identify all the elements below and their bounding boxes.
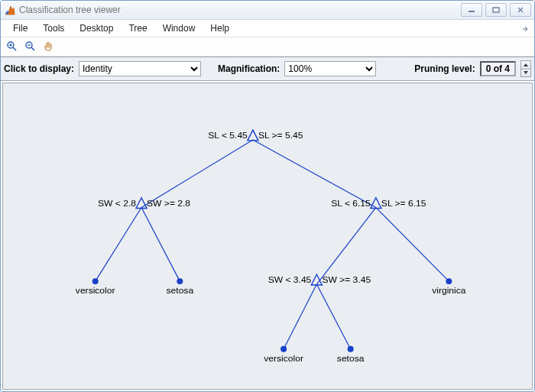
pruning-spinner[interactable] [520,60,531,77]
pan-icon[interactable] [42,40,56,53]
svg-marker-9 [524,63,528,66]
svg-point-25 [446,279,452,284]
menu-tools[interactable]: Tools [35,21,72,35]
tree-canvas[interactable]: SL < 5.45 SL >= 5.45 SW < 2.8 SW >= 2.8 … [2,83,533,390]
magnification-label: Magnification: [218,63,281,74]
svg-point-26 [281,346,287,352]
menu-desktop[interactable]: Desktop [72,21,121,35]
menu-window[interactable]: Window [155,21,203,35]
matlab-icon [4,4,16,16]
window-controls [461,3,531,17]
leaf-setosa: setosa [167,285,194,296]
pruning-down-icon[interactable] [520,69,531,78]
node-root-left-label: SL < 5.45 [208,130,248,141]
menu-file[interactable]: File [5,21,35,35]
display-select[interactable]: Identity [79,61,201,76]
node-r1-left-label: SL < 6.15 [331,198,371,209]
svg-line-17 [284,284,316,349]
title-bar: Classification tree viewer [1,1,534,20]
svg-line-7 [31,47,34,50]
zoom-in-icon[interactable] [5,40,19,53]
svg-marker-10 [524,71,528,74]
svg-rect-1 [493,8,499,12]
svg-line-18 [316,284,350,349]
close-button[interactable] [510,3,531,17]
menu-tree[interactable]: Tree [121,21,154,35]
svg-line-3 [13,47,16,50]
node-r1-right-label: SL >= 6.15 [381,198,426,209]
dock-icon[interactable] [519,20,530,37]
maximize-button[interactable] [485,3,507,17]
svg-line-16 [376,208,449,282]
magnification-select[interactable]: 100% [284,61,376,76]
svg-marker-19 [248,130,258,141]
node-l1-left-label: SW < 2.8 [98,198,136,209]
pruning-level-label: Pruning level: [414,63,476,74]
svg-marker-20 [136,198,147,209]
window-title: Classification tree viewer [19,5,461,15]
menu-help[interactable]: Help [203,21,237,35]
svg-rect-0 [469,11,475,12]
svg-marker-21 [371,198,381,209]
svg-line-14 [141,208,180,282]
leaf-setosa-2: setosa [337,353,365,364]
minimize-button[interactable] [461,3,482,17]
zoom-out-icon[interactable] [24,40,37,53]
node-rl2-right-label: SW >= 3.45 [322,274,371,285]
option-bar: Click to display: Identity Magnification… [1,57,534,81]
leaf-versicolor-2: versicolor [264,353,303,364]
node-l1-right-label: SW >= 2.8 [147,198,190,209]
leaf-virginica: virginica [432,285,466,296]
click-to-display-label: Click to display: [4,63,76,74]
leaf-versicolor: versicolor [76,285,115,296]
pruning-level-value: 0 of 4 [480,61,516,76]
node-rl2-left-label: SW < 3.45 [268,274,312,285]
svg-point-24 [177,279,183,284]
svg-point-23 [92,279,98,284]
toolbar [1,37,534,57]
node-root-right-label: SL >= 5.45 [258,130,303,141]
pruning-up-icon[interactable] [520,60,531,69]
svg-line-15 [316,208,375,284]
menu-bar: File Tools Desktop Tree Window Help [1,20,534,37]
svg-line-13 [96,208,141,282]
svg-point-27 [348,346,353,352]
